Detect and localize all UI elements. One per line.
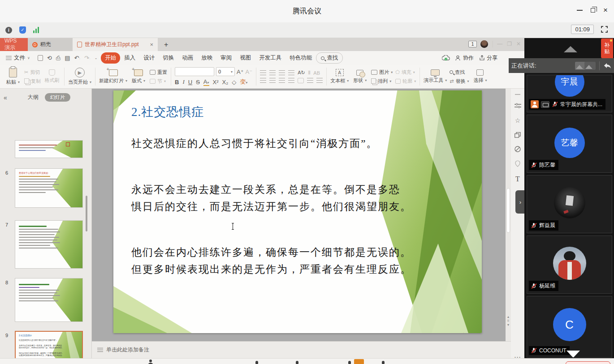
- justify-icon[interactable]: [288, 78, 294, 83]
- slide-thumbnail-6[interactable]: 患者对于心理治疗的常见疑虑:: [15, 168, 83, 208]
- restore-icon[interactable]: [591, 8, 595, 13]
- toolbar-icon-partial[interactable]: [382, 361, 385, 364]
- paragraph-spacing-icon[interactable]: [316, 78, 323, 83]
- menu-item-devtools[interactable]: 开发工具: [255, 52, 285, 64]
- sidebar-scrollbar[interactable]: [86, 196, 87, 231]
- copy-button[interactable]: 复制: [24, 78, 41, 85]
- output-icon[interactable]: ⟲: [47, 55, 52, 61]
- menu-item-slideshow[interactable]: 放映: [197, 52, 216, 64]
- decrease-indent-icon[interactable]: [279, 70, 285, 76]
- text-direction-icon[interactable]: A↻: [298, 70, 305, 76]
- play-from-current-button[interactable]: ▶ 当页开始▾: [68, 68, 91, 86]
- participant-tile[interactable]: 杨延维: [527, 236, 612, 294]
- share-button[interactable]: 分享: [479, 54, 497, 62]
- cut-button[interactable]: ✂剪切: [24, 69, 41, 76]
- menu-item-review[interactable]: 审阅: [216, 52, 236, 64]
- subsidy-badge[interactable]: 补贴: [601, 39, 613, 58]
- presentation-tools-button[interactable]: 演示工具▾: [424, 69, 447, 84]
- find-pill[interactable]: 查找: [316, 52, 343, 64]
- reset-button[interactable]: 重置: [150, 69, 167, 76]
- font-size-input[interactable]: 0▾: [216, 67, 235, 76]
- distribute-icon[interactable]: [298, 78, 304, 83]
- meeting-info-icon[interactable]: i: [5, 27, 12, 34]
- collapse-panel-icon[interactable]: [564, 46, 577, 52]
- menu-item-features[interactable]: 特色功能: [285, 52, 316, 64]
- tab-close-icon[interactable]: ×: [150, 41, 153, 48]
- collapse-sidebar-icon[interactable]: «: [0, 94, 11, 101]
- text-tool-icon[interactable]: T: [515, 175, 520, 183]
- scroll-down-icon[interactable]: [566, 351, 580, 358]
- tab-outline[interactable]: 大纲: [28, 94, 39, 101]
- user-avatar[interactable]: [480, 40, 488, 48]
- tab-slides[interactable]: 幻灯片: [45, 93, 70, 102]
- save-icon[interactable]: [38, 55, 43, 61]
- toolbar-red-packet-badge[interactable]: [354, 359, 364, 364]
- scroll-page-buttons[interactable]: ▴≡▾: [506, 315, 510, 327]
- columns-icon[interactable]: ⫴: [308, 70, 311, 76]
- decrease-font-icon[interactable]: A⁻: [246, 69, 253, 75]
- security-shield-icon[interactable]: ✓: [19, 26, 26, 34]
- outline-button[interactable]: 轮廓▾: [395, 78, 416, 85]
- line-spacing-icon[interactable]: [307, 78, 313, 83]
- section-button[interactable]: 节▾: [150, 78, 167, 85]
- participant-tile[interactable]: 辉益晨: [527, 175, 612, 233]
- fill-button[interactable]: ⬠填充▾: [395, 69, 416, 76]
- canvas-scrollbar-thumb[interactable]: [506, 188, 510, 233]
- arrange-button[interactable]: 排列▾: [371, 78, 393, 85]
- preview-icon[interactable]: ▤: [65, 55, 70, 61]
- expand-panel-tab[interactable]: ›: [515, 190, 525, 214]
- redo-icon[interactable]: ↷·: [84, 55, 91, 61]
- italic-button[interactable]: I: [182, 78, 184, 86]
- end-meeting-button-partial[interactable]: [566, 361, 610, 364]
- wps-close-icon[interactable]: ✕: [516, 41, 521, 47]
- clear-format-icon[interactable]: ◇: [232, 79, 236, 86]
- wps-minimize-icon[interactable]: —: [497, 41, 502, 47]
- new-slide-button[interactable]: 新建幻灯片▾: [99, 69, 127, 84]
- location-pin-icon[interactable]: [515, 160, 520, 167]
- print-icon[interactable]: ⎙: [56, 55, 61, 62]
- superscript-icon[interactable]: X²: [213, 79, 219, 86]
- align-text-icon[interactable]: AB: [313, 70, 320, 76]
- new-tab-button[interactable]: +: [158, 38, 174, 51]
- align-right-icon[interactable]: [279, 78, 285, 83]
- layout-button[interactable]: 版式▾: [130, 69, 147, 84]
- participants-toolbar-icon[interactable]: [148, 360, 153, 364]
- menu-item-transition[interactable]: 切换: [159, 52, 178, 64]
- subscript-icon[interactable]: X₂: [222, 79, 229, 86]
- find-button[interactable]: 查找: [450, 69, 469, 76]
- text-effects-icon[interactable]: 变▾: [240, 78, 247, 86]
- menu-item-home[interactable]: 开始: [101, 52, 120, 64]
- strike-button[interactable]: S: [196, 79, 200, 86]
- layers-icon[interactable]: [515, 132, 521, 138]
- document-count-badge[interactable]: 1: [468, 41, 477, 47]
- toolbar-icon-partial[interactable]: [255, 361, 258, 364]
- slide-thumbnail-partial[interactable]: [15, 140, 83, 158]
- tab-docer-store[interactable]: D 稻壳: [28, 38, 73, 51]
- customize-toolbar-icon[interactable]: ⌄: [95, 56, 98, 60]
- canvas-scrollbar[interactable]: ▴≡▾: [506, 89, 511, 341]
- paste-button[interactable]: 粘贴▾: [4, 68, 22, 86]
- collaborate-button[interactable]: 协作: [455, 54, 474, 62]
- numbered-list-icon[interactable]: [269, 70, 276, 76]
- font-name-input[interactable]: [175, 67, 214, 76]
- network-signal-icon[interactable]: [33, 27, 39, 33]
- select-button[interactable]: 选择▾: [471, 69, 489, 84]
- slide-thumbnail-8[interactable]: [15, 278, 83, 322]
- close-icon[interactable]: ×: [603, 7, 608, 13]
- tab-wps-home[interactable]: WPS 演示: [0, 38, 28, 51]
- wps-restore-icon[interactable]: ❐: [507, 41, 512, 47]
- cloud-sync-icon[interactable]: [442, 55, 450, 61]
- menu-item-design[interactable]: 设计: [139, 52, 159, 64]
- undo-icon[interactable]: ↶·: [74, 55, 80, 61]
- shapes-button[interactable]: 形状▾: [351, 70, 368, 84]
- slide-thumbnail-7[interactable]: [15, 220, 83, 269]
- increase-font-icon[interactable]: A⁺: [237, 69, 244, 75]
- underline-button[interactable]: U: [188, 79, 192, 86]
- font-color-icon[interactable]: A▾: [203, 78, 209, 86]
- bold-button[interactable]: B: [175, 79, 179, 86]
- tab-active-document[interactable]: 世界精神卫生日ppt.ppt ×: [73, 38, 158, 51]
- object-properties-icon[interactable]: [515, 103, 521, 109]
- current-slide[interactable]: 2.社交恐惧症 社交恐惧症的人总习惯于将社交引向“消极方面”。 永远不会主动去建…: [113, 90, 482, 333]
- reply-arrow-icon[interactable]: [603, 62, 611, 69]
- toolbar-icon-partial[interactable]: [296, 361, 298, 364]
